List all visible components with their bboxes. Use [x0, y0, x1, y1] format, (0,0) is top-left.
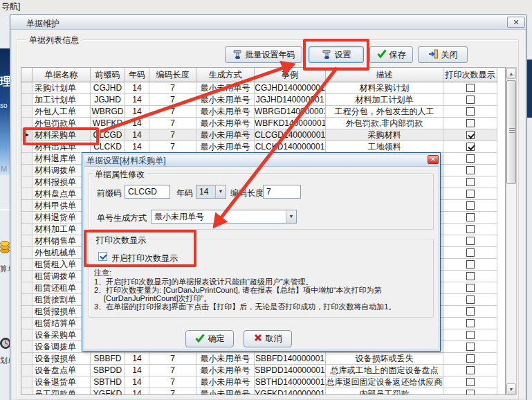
- print-count-checkbox[interactable]: [466, 237, 475, 245]
- print-count-checkbox[interactable]: [466, 390, 475, 395]
- row-selector[interactable]: [21, 106, 33, 118]
- print-count-checkbox[interactable]: [466, 378, 475, 386]
- table-row[interactable]: 采购计划单CGJHD147最小未用单号CGJHD140000001材料采购计划: [21, 82, 505, 94]
- print-count-checkbox[interactable]: [466, 201, 475, 210]
- column-header[interactable]: 单据名称: [33, 68, 91, 82]
- prefix-label: 前缀码: [97, 188, 122, 199]
- attribute-group-title: 单据属性修改: [93, 169, 147, 181]
- row-selector[interactable]: [21, 271, 33, 282]
- print-count-checkbox[interactable]: [466, 296, 475, 304]
- print-count-checkbox[interactable]: [466, 131, 475, 139]
- batch-set-year-button[interactable]: 批量设置年码: [225, 46, 302, 63]
- row-selector[interactable]: [21, 341, 33, 353]
- print-count-checkbox[interactable]: [466, 119, 475, 127]
- close-button[interactable]: 关闭: [418, 46, 468, 63]
- scroll-up-button[interactable]: ▲: [506, 68, 516, 79]
- scrollbar-thumb[interactable]: [506, 80, 516, 184]
- clock-icon[interactable]: [0, 332, 10, 354]
- column-header[interactable]: 描述: [326, 68, 443, 82]
- chevron-down-icon[interactable]: ▼: [215, 185, 226, 198]
- cell: 最小未用单号: [196, 129, 255, 141]
- print-count-checkbox[interactable]: [466, 307, 475, 316]
- cell: 最小未用单号: [196, 365, 255, 376]
- column-header[interactable]: 前缀码: [91, 68, 125, 82]
- print-count-checkbox[interactable]: [466, 213, 475, 221]
- print-count-checkbox[interactable]: [466, 96, 475, 104]
- print-count-checkbox[interactable]: [466, 107, 475, 116]
- row-selector[interactable]: [21, 282, 33, 294]
- vertical-scrollbar[interactable]: ▲ ▼: [506, 67, 517, 395]
- table-row[interactable]: ▶材料采购单CLCGD147最小未用单号CLCGD140000001采购材料: [21, 129, 505, 141]
- row-selector[interactable]: [21, 235, 33, 247]
- print-count-checkbox[interactable]: [466, 225, 475, 233]
- row-selector[interactable]: [21, 318, 33, 329]
- row-selector[interactable]: [21, 329, 33, 341]
- print-count-checkbox[interactable]: [466, 366, 475, 374]
- table-row[interactable]: 设备盘点单SBPDD147最小未用单号SBPDD140000001总库或工地上的…: [21, 365, 505, 376]
- print-count-checkbox[interactable]: [466, 190, 475, 198]
- table-row[interactable]: 外包罚款单WBFKD147最小未用单号WBFKD140000001外包罚款,非内…: [21, 118, 505, 129]
- table-row[interactable]: 设备退货单SBTHD147最小未用单号SBTHD140000001总库退回固定设…: [21, 376, 505, 388]
- prefix-input[interactable]: CLCGD: [125, 185, 170, 199]
- row-selector[interactable]: [21, 176, 33, 188]
- ok-button[interactable]: 确定: [185, 330, 234, 347]
- row-selector[interactable]: [21, 94, 33, 106]
- row-selector[interactable]: [21, 153, 33, 165]
- row-selector[interactable]: ▶: [21, 129, 33, 141]
- row-selector[interactable]: [21, 365, 33, 376]
- column-header[interactable]: 编码长度: [149, 68, 196, 82]
- column-header[interactable]: 年码: [125, 68, 149, 82]
- row-selector[interactable]: [21, 376, 33, 388]
- print-count-cell: [443, 294, 497, 306]
- row-selector[interactable]: [21, 141, 33, 153]
- cell: CGJHD: [91, 82, 125, 94]
- table-row[interactable]: 加工计划单JGJHD147最小未用单号JGJHD140000001材料加工计划单: [21, 94, 505, 106]
- settings-button[interactable]: 设置: [309, 46, 364, 63]
- modal-close-button[interactable]: ✕: [428, 155, 439, 164]
- print-count-checkbox[interactable]: [466, 248, 475, 257]
- print-count-checkbox[interactable]: [466, 319, 475, 327]
- row-selector[interactable]: [21, 306, 33, 318]
- row-selector[interactable]: [21, 247, 33, 259]
- year-combo[interactable]: 14 ▼: [196, 185, 226, 199]
- row-selector[interactable]: [21, 212, 33, 224]
- print-count-checkbox[interactable]: [466, 331, 475, 339]
- column-header[interactable]: 生成方式: [196, 68, 255, 82]
- print-count-checkbox[interactable]: [466, 260, 475, 269]
- generation-combo[interactable]: 最小未用单号 ▼: [151, 210, 297, 224]
- column-header[interactable]: 打印次数显示: [443, 68, 497, 82]
- enable-print-count-checkbox[interactable]: [98, 252, 107, 261]
- row-selector[interactable]: [21, 259, 33, 271]
- row-selector[interactable]: [21, 118, 33, 129]
- cancel-button[interactable]: 取消: [244, 330, 292, 347]
- print-count-checkbox[interactable]: [466, 143, 475, 151]
- table-row[interactable]: 外包人工单WBRGD147最小未用单号WBRGD140000001工程分包，外包…: [21, 106, 505, 118]
- table-row[interactable]: 材料出库单CLCKD147最小未用单号CLCKD140000001工地领料: [21, 141, 505, 153]
- chevron-down-icon[interactable]: ▼: [286, 210, 296, 223]
- row-selector[interactable]: [21, 200, 33, 212]
- scroll-down-button[interactable]: ▼: [506, 383, 516, 394]
- print-count-checkbox[interactable]: [466, 178, 475, 186]
- row-selector[interactable]: [21, 294, 33, 306]
- print-count-checkbox[interactable]: [466, 272, 475, 280]
- note-line: [CurDanJuPrintCount]次打印”。: [104, 294, 211, 302]
- print-count-checkbox[interactable]: [466, 154, 475, 163]
- save-button[interactable]: 保存: [369, 46, 413, 63]
- row-selector[interactable]: [21, 224, 33, 235]
- row-selector[interactable]: [21, 353, 33, 365]
- row-selector[interactable]: [21, 388, 33, 395]
- print-count-checkbox[interactable]: [466, 84, 475, 92]
- print-count-checkbox[interactable]: [466, 166, 475, 174]
- coins-icon[interactable]: [0, 234, 10, 255]
- print-count-checkbox[interactable]: [466, 354, 475, 363]
- column-header[interactable]: 事例: [255, 68, 326, 82]
- table-row[interactable]: 员工罚款单YGFKD147最小未用单号YGFKD140000001内部员工罚款: [21, 388, 505, 395]
- row-selector[interactable]: [21, 188, 33, 200]
- row-selector[interactable]: [21, 82, 33, 94]
- print-count-checkbox[interactable]: [466, 284, 475, 292]
- table-row[interactable]: 设备报损单SBBFD147最小未用单号SBBFD140000001设备损坏或丢失: [21, 353, 505, 365]
- row-selector[interactable]: [21, 165, 33, 176]
- print-count-checkbox[interactable]: [466, 343, 475, 351]
- length-input[interactable]: 7: [263, 185, 301, 199]
- window-close-button[interactable]: ✕: [507, 17, 525, 28]
